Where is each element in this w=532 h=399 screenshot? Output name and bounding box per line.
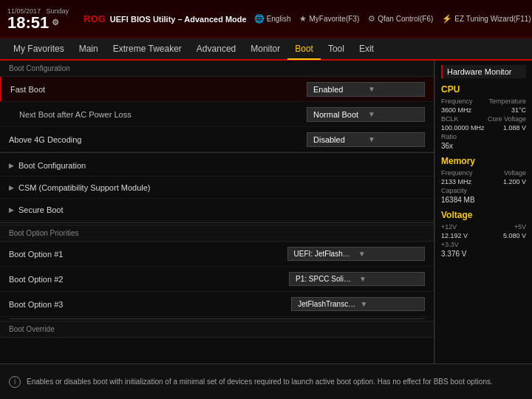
menu-main[interactable]: Main: [72, 38, 106, 59]
above4g-row[interactable]: Above 4G Decoding Disabled ▼: [0, 127, 434, 152]
main-layout: Boot Configuration Fast Boot Enabled ▼ N…: [0, 61, 532, 364]
v12-value: 12.192 V: [441, 232, 468, 239]
voltage-12-values: 12.192 V 5.080 V: [441, 232, 526, 239]
voltage-33-row: +3.3V: [441, 241, 526, 248]
mem-freq-value: 2133 MHz: [441, 178, 471, 185]
fast-boot-value: Enabled: [313, 85, 364, 94]
boot-priorities-header: Boot Option Priorities: [0, 225, 434, 242]
fast-boot-label: Fast Boot: [10, 85, 307, 94]
nav-english[interactable]: 🌐 English: [254, 14, 291, 24]
boot-opt2-row[interactable]: Boot Option #2 P1: SPCC Solid State Disk…: [0, 267, 434, 292]
cpu-ratio-row: Ratio: [441, 133, 526, 140]
mem-cap-label: Capacity: [441, 187, 467, 194]
left-content: Boot Configuration Fast Boot Enabled ▼ N…: [0, 61, 434, 364]
dropdown-arrow-icon3: ▼: [368, 135, 418, 143]
cpu-temp-label: Temperature: [488, 98, 526, 105]
boot-opt3-dropdown[interactable]: JetFlashTranscend 8GB 8.07 (74 ▼: [291, 297, 425, 311]
boot-opt1-dropdown[interactable]: UEFI: JetFlashTranscend 8GB 8.0 ▼: [287, 247, 425, 261]
mem-volt-value: 1.200 V: [503, 178, 526, 185]
next-boot-label: Next Boot after AC Power Loss: [9, 110, 307, 119]
menu-monitor[interactable]: Monitor: [243, 38, 287, 59]
mem-freq-row: Frequency Voltage: [441, 169, 526, 177]
boot-override-header: Boot Override: [0, 321, 434, 338]
menu-boot[interactable]: Boot: [287, 39, 321, 60]
fan-icon: ⚙: [368, 14, 375, 24]
cpu-temp-value: 31°C: [511, 106, 526, 114]
csm-collapse[interactable]: ▶ CSM (Compatibility Support Module): [0, 177, 434, 199]
above4g-value: Disabled: [313, 135, 364, 144]
menu-exit[interactable]: Exit: [352, 38, 381, 59]
menu-advanced[interactable]: Advanced: [189, 38, 243, 59]
gear-icon[interactable]: ⚙: [52, 18, 59, 27]
mem-capacity-row: Capacity: [441, 187, 526, 194]
fast-boot-row[interactable]: Fast Boot Enabled ▼: [0, 77, 434, 102]
boot-opt2-value: P1: SPCC Solid State Disk (2289:: [296, 275, 355, 283]
next-boot-dropdown[interactable]: Normal Boot ▼: [307, 107, 425, 122]
boot-opt3-row[interactable]: Boot Option #3 JetFlashTranscend 8GB 8.0…: [0, 292, 434, 317]
boot-opt2-label: Boot Option #2: [9, 275, 289, 284]
time-text: 18:51: [7, 15, 49, 31]
dropdown-arrow-icon5: ▼: [359, 275, 418, 283]
menu-favorites[interactable]: My Favorites: [6, 38, 72, 59]
bios-title-text: UEFI BIOS Utility – Advanced Mode: [110, 15, 247, 24]
v5-value: 5.080 V: [503, 232, 526, 239]
hw-monitor-title: Hardware Monitor: [441, 65, 526, 78]
dropdown-arrow-icon: ▼: [368, 85, 418, 93]
mem-volt-label: Voltage: [504, 169, 526, 177]
bottom-info-bar: i Enables or disables boot with initiali…: [0, 364, 532, 399]
cpu-ratio-value: 36x: [441, 142, 526, 150]
cpu-cv-value: 1.088 V: [503, 124, 526, 132]
cpu-bclk-value: 100.0000 MHz: [441, 124, 485, 132]
csm-label: CSM (Compatibility Support Module): [18, 183, 151, 192]
v33-label: +3.3V: [441, 241, 459, 248]
v33-value: 3.376 V: [441, 250, 526, 258]
above4g-dropdown[interactable]: Disabled ▼: [307, 132, 425, 147]
nav-ez-tuning[interactable]: ⚡ EZ Tuning Wizard(F11): [442, 14, 531, 24]
boot-opt3-value: JetFlashTranscend 8GB 8.07 (74: [298, 300, 355, 308]
next-boot-row[interactable]: Next Boot after AC Power Loss Normal Boo…: [0, 102, 434, 127]
boot-config-collapse[interactable]: ▶ Boot Configuration: [0, 154, 434, 177]
globe-icon: 🌐: [254, 14, 265, 24]
cpu-freq-values: 3600 MHz 31°C: [441, 106, 526, 114]
boot-opt1-row[interactable]: Boot Option #1 UEFI: JetFlashTranscend 8…: [0, 242, 434, 267]
rog-label: ROG: [83, 13, 106, 24]
secure-boot-collapse[interactable]: ▶ Secure Boot: [0, 199, 434, 221]
cpu-ratio-label: Ratio: [441, 133, 457, 140]
nav-myfavorite[interactable]: ★ MyFavorite(F3): [299, 14, 359, 24]
boot-opt2-dropdown[interactable]: P1: SPCC Solid State Disk (2289: ▼: [289, 272, 425, 286]
nav-qfan[interactable]: ⚙ Qfan Control(F6): [368, 14, 433, 24]
lightning-icon: ⚡: [442, 14, 452, 24]
memory-section-title: Memory: [441, 156, 526, 166]
next-boot-value: Normal Boot: [313, 110, 364, 119]
nav-qfan-label: Qfan Control(F6): [378, 15, 433, 23]
nav-english-label: English: [267, 15, 291, 23]
cpu-bclk-label: BCLK: [441, 115, 459, 123]
bios-title: ROG UEFI BIOS Utility – Advanced Mode: [83, 13, 247, 24]
collapse-triangle-icon: ▶: [9, 162, 14, 169]
cpu-cv-label: Core Voltage: [488, 115, 526, 123]
header-info: 11/05/2017 Sunday 18:51 ⚙: [7, 7, 69, 31]
cpu-section-title: CPU: [441, 84, 526, 95]
hw-monitor-title-text: Hardware Monitor: [447, 67, 511, 76]
priorities-label-text: Boot Option Priorities: [9, 229, 79, 237]
dropdown-arrow-icon2: ▼: [368, 110, 418, 118]
cpu-bclk-values: 100.0000 MHz 1.088 V: [441, 124, 526, 132]
header-time: 18:51 ⚙: [7, 15, 69, 31]
menu-extreme-tweaker[interactable]: Extreme Tweaker: [106, 38, 189, 59]
cpu-freq-value: 3600 MHz: [441, 106, 471, 114]
info-icon: i: [9, 376, 21, 388]
dropdown-arrow-icon4: ▼: [358, 250, 418, 258]
collapse-triangle-icon2: ▶: [9, 184, 14, 191]
menubar: My Favorites Main Extreme Tweaker Advanc…: [0, 38, 532, 61]
day-text: Sunday: [47, 7, 69, 15]
menu-tool[interactable]: Tool: [321, 38, 352, 59]
voltage-section-title: Voltage: [441, 210, 526, 220]
cpu-bclk-row: BCLK Core Voltage: [441, 115, 526, 123]
fast-boot-dropdown[interactable]: Enabled ▼: [307, 82, 425, 97]
dropdown-arrow-icon6: ▼: [361, 300, 418, 308]
header-nav: 🌐 English ★ MyFavorite(F3) ⚙ Qfan Contro…: [254, 14, 532, 24]
nav-myfavorite-label: MyFavorite(F3): [309, 15, 359, 23]
star-icon: ★: [299, 14, 307, 24]
boot-opt1-value: UEFI: JetFlashTranscend 8GB 8.0: [294, 250, 354, 258]
boot-config-collapse-label: Boot Configuration: [18, 161, 86, 170]
